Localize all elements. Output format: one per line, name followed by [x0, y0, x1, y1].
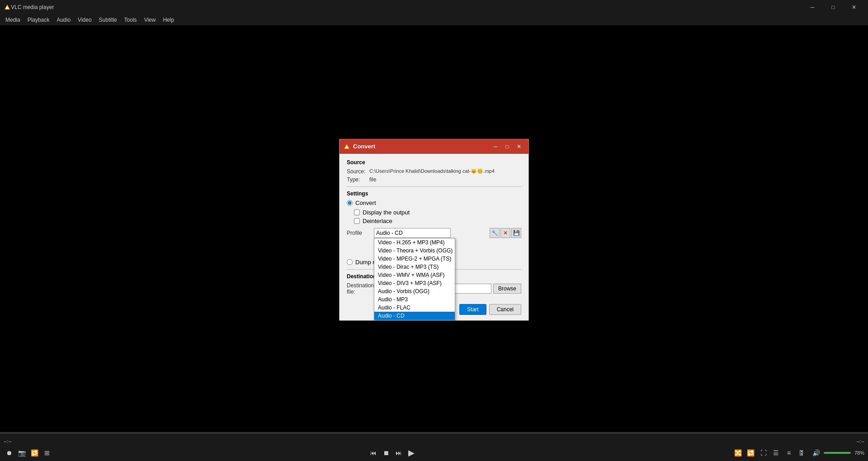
display-output-row: Display the output	[354, 209, 521, 216]
convert-radio-label: Convert	[355, 200, 376, 206]
dialog-body: Source Source: C:\Users\Prince Khalid\Do…	[340, 154, 528, 300]
start-button[interactable]: Start	[459, 304, 486, 315]
bottom-bar: --:-- --:-- ⏺ 📷 🔁 ⊞ ⏮ ⏹ ⏭ ▶ 🔀 🔁 ⛶ ☰ ≡ 🎛 …	[0, 434, 868, 461]
effects-button[interactable]: 🎛	[796, 447, 807, 458]
deinterlace-row: Deinterlace	[354, 218, 521, 224]
profile-row: Profile Video - H.265 + MP3 (MP4) Video …	[347, 228, 521, 238]
menu-tools[interactable]: Tools	[121, 16, 141, 24]
maximize-button[interactable]: □	[823, 0, 844, 14]
title-bar: VLC media player ─ □ ✕	[0, 0, 868, 14]
profile-tools: 🔧 ✕ 💾	[490, 228, 521, 238]
dialog-titlebar: Convert ─ □ ✕	[340, 139, 528, 154]
volume-icon: 🔊	[812, 449, 820, 456]
menu-view[interactable]: View	[141, 16, 160, 24]
menu-subtitle[interactable]: Subtitle	[95, 16, 121, 24]
type-field-label: Type:	[347, 176, 369, 183]
dump-raw-radio[interactable]	[347, 259, 353, 265]
dialog-close-button[interactable]: ✕	[513, 142, 525, 152]
modal-overlay: Convert ─ □ ✕ Source Source: C:\Users\Pr…	[0, 25, 868, 434]
edit-profile-button[interactable]: 🔧	[490, 228, 500, 238]
random-button[interactable]: 🔀	[733, 447, 744, 458]
profile-label: Profile	[347, 230, 374, 236]
snapshot-button[interactable]: 📷	[16, 447, 27, 458]
source-field-row: Source: C:\Users\Prince Khalid\Downloads…	[347, 168, 521, 175]
source-field-value: C:\Users\Prince Khalid\Downloads\talking…	[369, 168, 495, 174]
dropdown-item-mpeg2[interactable]: Video - MPEG-2 + MPGA (TS)	[374, 255, 455, 263]
profile-dropdown[interactable]: Video - H.265 + MP3 (MP4) Video - Theora…	[374, 238, 455, 320]
close-button[interactable]: ✕	[844, 0, 864, 14]
stop-button[interactable]: ⏹	[381, 447, 392, 458]
menu-video[interactable]: Video	[74, 16, 95, 24]
source-section-label: Source	[347, 159, 521, 166]
profile-select[interactable]: Video - H.265 + MP3 (MP4) Video - Theora…	[374, 228, 451, 238]
type-field-value: file	[369, 176, 376, 183]
menu-bar: Media Playback Audio Video Subtitle Tool…	[0, 14, 868, 25]
time-remaining: --:--	[856, 438, 864, 444]
separator-1	[347, 186, 521, 187]
extended-button[interactable]: ☰	[771, 447, 782, 458]
convert-dialog: Convert ─ □ ✕ Source Source: C:\Users\Pr…	[339, 139, 529, 321]
deinterlace-label: Deinterlace	[363, 218, 392, 224]
next-button[interactable]: ⏭	[393, 447, 404, 458]
dropdown-item-h265[interactable]: Video - H.265 + MP3 (MP4)	[374, 238, 455, 247]
settings-section-label: Settings	[347, 190, 521, 197]
source-field-label: Source:	[347, 168, 369, 175]
controls-row: ⏺ 📷 🔁 ⊞ ⏮ ⏹ ⏭ ▶ 🔀 🔁 ⛶ ☰ ≡ 🎛 🔊 78%	[0, 447, 868, 458]
record-button[interactable]: ⏺	[4, 447, 14, 458]
dropdown-item-theora[interactable]: Video - Theora + Vorbis (OGG)	[374, 247, 455, 255]
dropdown-item-cd[interactable]: Audio - CD	[374, 312, 455, 320]
dropdown-item-vorbis[interactable]: Audio - Vorbis (OGG)	[374, 287, 455, 295]
loop-button[interactable]: 🔁	[29, 447, 40, 458]
dropdown-item-mp3[interactable]: Audio - MP3	[374, 295, 455, 304]
convert-radio[interactable]	[347, 200, 353, 206]
dropdown-item-dirac[interactable]: Video - Dirac + MP3 (TS)	[374, 263, 455, 271]
cancel-button[interactable]: Cancel	[489, 304, 521, 315]
playlist-button[interactable]: ≡	[783, 447, 794, 458]
profile-select-wrapper: Video - H.265 + MP3 (MP4) Video - Theora…	[374, 228, 488, 238]
app-icon	[4, 4, 11, 11]
type-field-row: Type: file	[347, 176, 521, 183]
dialog-minimize-button[interactable]: ─	[490, 142, 501, 152]
prev-button[interactable]: ⏮	[368, 447, 379, 458]
play-button[interactable]: ▶	[406, 447, 417, 458]
frame-by-frame-button[interactable]: ⊞	[42, 447, 52, 458]
menu-media[interactable]: Media	[2, 16, 24, 24]
repeat-button[interactable]: 🔁	[745, 447, 756, 458]
browse-button[interactable]: Browse	[493, 284, 521, 294]
deinterlace-checkbox[interactable]	[354, 218, 360, 224]
minimize-button[interactable]: ─	[802, 0, 823, 14]
window-controls: ─ □ ✕	[802, 0, 864, 14]
dialog-maximize-button[interactable]: □	[501, 142, 513, 152]
save-profile-button[interactable]: 💾	[511, 228, 521, 238]
dropdown-item-flac[interactable]: Audio - FLAC	[374, 304, 455, 312]
display-output-checkbox[interactable]	[354, 209, 360, 215]
delete-profile-button[interactable]: ✕	[500, 228, 510, 238]
dropdown-item-wmv[interactable]: Video - WMV + WMA (ASF)	[374, 271, 455, 279]
volume-percent: 78%	[854, 450, 864, 456]
dialog-title: Convert	[353, 143, 490, 150]
volume-slider[interactable]	[824, 452, 851, 454]
menu-help[interactable]: Help	[159, 16, 178, 24]
menu-audio[interactable]: Audio	[53, 16, 74, 24]
display-output-label: Display the output	[363, 209, 410, 216]
time-elapsed: --:--	[4, 438, 12, 444]
fullscreen-button[interactable]: ⛶	[758, 447, 769, 458]
dropdown-item-div3[interactable]: Video - DIV3 + MP3 (ASF)	[374, 279, 455, 287]
dialog-icon	[343, 143, 350, 150]
menu-playback[interactable]: Playback	[24, 16, 53, 24]
app-title: VLC media player	[11, 4, 802, 10]
convert-radio-row: Convert	[347, 200, 521, 206]
